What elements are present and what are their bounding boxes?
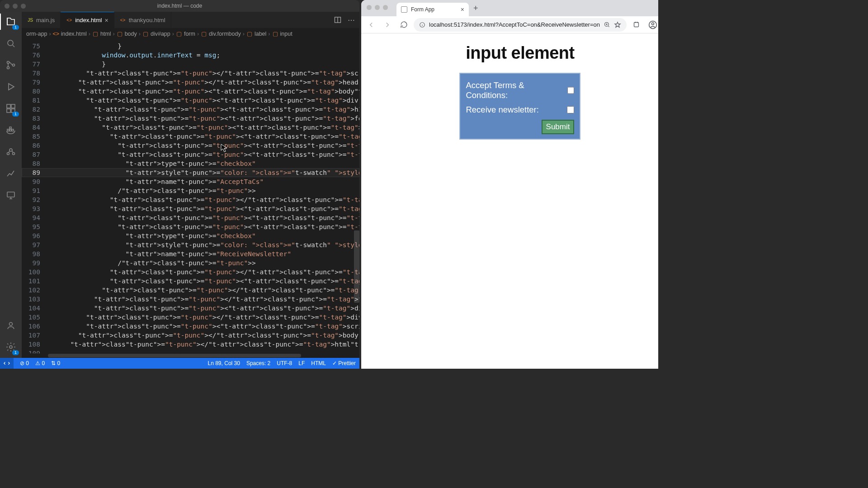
newsletter-checkbox[interactable]	[567, 106, 574, 113]
html-file-icon: <>	[53, 31, 59, 37]
page-heading: input element	[466, 43, 575, 63]
favicon-icon	[401, 6, 407, 13]
window-traffic-lights[interactable]	[367, 5, 388, 10]
element-icon: ▢	[201, 31, 207, 37]
svg-point-12	[9, 149, 12, 151]
browser-tab[interactable]: Form App ×	[396, 3, 469, 16]
html-file-icon: <>	[66, 17, 72, 23]
form-row-accept[interactable]: Accept Terms & Conditions:	[466, 78, 574, 103]
back-button[interactable]	[365, 19, 377, 31]
svg-rect-15	[7, 192, 14, 197]
settings-gear-icon[interactable]: 1	[5, 341, 17, 353]
address-bar[interactable]: localhost:5173/index.html?AcceptToC=on&R…	[414, 18, 627, 32]
vscode-titlebar: index.html — code	[0, 0, 359, 12]
window-traffic-lights[interactable]	[5, 4, 26, 9]
bc-item[interactable]: div.formbody	[209, 31, 241, 37]
source-control-icon[interactable]	[5, 59, 17, 71]
status-encoding[interactable]: UTF-8	[277, 360, 292, 366]
bookmark-icon[interactable]	[614, 21, 621, 28]
search-icon[interactable]	[5, 37, 17, 50]
explorer-icon[interactable]: 1	[5, 15, 17, 28]
submit-button[interactable]: Submit	[542, 120, 575, 134]
tab-indexhtml[interactable]: <> index.html ×	[61, 12, 114, 28]
svg-point-1	[7, 61, 9, 64]
status-prettier[interactable]: ✓ Prettier	[332, 360, 356, 366]
status-spaces[interactable]: Spaces: 2	[246, 360, 270, 366]
status-errors[interactable]: ⊘ 0	[20, 360, 29, 366]
svg-rect-5	[11, 104, 15, 108]
svg-point-16	[9, 323, 13, 326]
element-icon: ▢	[142, 31, 149, 37]
tab-title: Form App	[411, 6, 434, 13]
code-editor[interactable]: 7576777879808182838485868788899091929394…	[22, 40, 359, 353]
bc-item[interactable]: body	[125, 31, 137, 37]
code-content[interactable]: } window.output.innerText = msg; } "t-at…	[47, 40, 359, 353]
svg-point-0	[8, 40, 13, 46]
remote-explorer-icon[interactable]	[5, 189, 17, 202]
svg-point-22	[651, 23, 654, 25]
site-info-icon[interactable]	[419, 22, 425, 28]
profile-icon[interactable]	[646, 19, 658, 31]
extensions-icon[interactable]: 1	[5, 102, 17, 115]
page-content: input element Accept Terms & Conditions:…	[361, 33, 658, 369]
status-language[interactable]: HTML	[311, 360, 326, 366]
account-icon[interactable]	[5, 319, 17, 332]
bc-item[interactable]: input	[280, 31, 292, 37]
browser-toolbar: localhost:5173/index.html?AcceptToC=on&R…	[361, 16, 658, 33]
reload-button[interactable]	[397, 19, 410, 31]
tab-label: thankyou.html	[129, 17, 165, 23]
extensions-icon[interactable]	[630, 19, 643, 31]
editor-area: JS main.js <> index.html × <> thankyou.h…	[22, 12, 359, 358]
form-box: Accept Terms & Conditions: Receive newsl…	[459, 73, 580, 140]
tab-label: index.html	[75, 17, 102, 23]
form-row-newsletter[interactable]: Receive newsletter:	[466, 103, 574, 117]
bc-item[interactable]: html	[100, 31, 111, 37]
browser-tabstrip: Form App × + »	[361, 0, 658, 16]
element-icon: ▢	[272, 31, 278, 37]
html-file-icon: <>	[120, 17, 126, 23]
bc-item[interactable]: orm-app	[26, 31, 47, 37]
explorer-badge: 1	[12, 25, 19, 30]
graph-icon[interactable]	[5, 167, 17, 180]
live-share-icon[interactable]	[5, 145, 17, 158]
docker-icon[interactable]	[5, 124, 17, 136]
close-icon[interactable]: ×	[461, 6, 464, 13]
accept-checkbox[interactable]	[567, 87, 575, 94]
url-text: localhost:5173/index.html?AcceptToC=on&R…	[429, 21, 600, 28]
element-icon: ▢	[246, 31, 253, 37]
editor-tabs: JS main.js <> index.html × <> thankyou.h…	[22, 12, 359, 28]
split-editor-icon[interactable]	[334, 16, 341, 23]
tab-thankyouhtml[interactable]: <> thankyou.html	[114, 12, 171, 28]
svg-point-3	[13, 64, 15, 66]
status-warnings[interactable]: ⚠ 0	[35, 360, 45, 366]
bc-item[interactable]: div#app	[151, 31, 170, 37]
svg-rect-9	[9, 129, 11, 131]
svg-rect-11	[9, 127, 11, 129]
tab-label: main.js	[36, 17, 55, 23]
zoom-icon[interactable]	[604, 21, 610, 28]
remote-indicator[interactable]	[0, 358, 14, 369]
form-label: Accept Terms & Conditions:	[466, 80, 567, 100]
bc-item[interactable]: index.html	[61, 31, 87, 37]
status-bar: ⊘ 0 ⚠ 0 ⇅ 0 Ln 89, Col 30 Spaces: 2 UTF-…	[0, 358, 359, 369]
window-title: index.html — code	[157, 3, 202, 9]
new-tab-button[interactable]: +	[469, 4, 483, 13]
tab-mainjs[interactable]: JS main.js	[22, 12, 61, 28]
bc-item[interactable]: label	[255, 31, 266, 37]
scrollbar[interactable]	[353, 68, 359, 343]
svg-rect-10	[12, 129, 14, 131]
more-actions-icon[interactable]: ⋯	[348, 16, 355, 24]
horizontal-scrollbar[interactable]	[22, 353, 359, 358]
settings-badge: 1	[12, 350, 19, 355]
forward-button[interactable]	[381, 19, 394, 31]
close-icon[interactable]: ×	[104, 17, 108, 24]
line-gutter: 7576777879808182838485868788899091929394…	[22, 40, 47, 353]
status-ports[interactable]: ⇅ 0	[51, 360, 60, 366]
bc-item[interactable]: form	[184, 31, 195, 37]
form-label: Receive newsletter:	[466, 105, 538, 115]
status-eol[interactable]: LF	[298, 360, 305, 366]
run-debug-icon[interactable]	[5, 80, 17, 93]
svg-rect-8	[7, 129, 9, 131]
status-lncol[interactable]: Ln 89, Col 30	[208, 360, 240, 366]
breadcrumbs[interactable]: orm-app› <>index.html› ▢html› ▢body› ▢di…	[22, 28, 359, 40]
